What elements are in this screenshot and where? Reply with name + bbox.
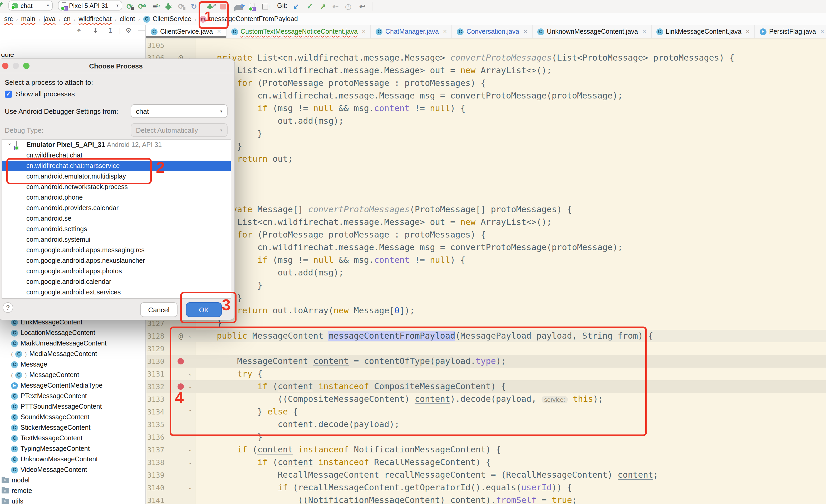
gear-icon[interactable]: ⚙ [125,26,131,34]
code-line: 3106@⌄ private List<cn.wildfirechat.mess… [146,52,826,64]
breadcrumb-item-clientservice[interactable]: CClientService [143,15,191,23]
process-name: com.google.android.apps.photos [26,267,122,275]
git-cherry-pick-button[interactable]: ⇠ [330,1,341,12]
help-button[interactable]: ? [3,302,13,313]
device-dropdown[interactable]: Pixel 5 API 31 ▾ [58,1,122,10]
code-line: 3114 return out; [146,153,826,165]
show-all-processes-checkbox[interactable]: ✓ Show all processes [5,90,75,98]
close-window-icon[interactable] [2,63,8,69]
tree-item-markunreadmessagecontent[interactable]: CMarkUnreadMessageContent [11,338,107,349]
tree-item-videomessagecontent[interactable]: CVideoMessageContent [11,464,87,475]
chevron-down-icon: ▾ [220,109,222,114]
tab-unknownmessagecontent-java[interactable]: CUnknownMessageContent.java✕ [533,25,651,38]
zoom-window-icon[interactable] [23,63,30,69]
run-config-dropdown[interactable]: chat ▾ [8,1,53,10]
tree-item-pttsoundmessagecontent[interactable]: CPTTSoundMessageContent [11,401,102,412]
tree-item-label: MessageContent [29,371,79,379]
debugger-settings-dropdown[interactable]: chat ▾ [131,104,228,118]
fold-open-icon[interactable]: ⌄ [186,481,194,494]
close-icon[interactable]: ✕ [642,29,646,34]
close-icon[interactable]: ✕ [362,29,366,34]
tree-item-textmessagecontent[interactable]: CTextMessageContent [11,433,82,443]
collapse-all-icon[interactable]: ↥ [108,26,113,34]
debug-button[interactable] [163,1,173,12]
debug-type-dropdown[interactable]: Detect Automatically ▾ [131,123,228,137]
tab-chatmanager-java[interactable]: CChatManager.java✕ [371,25,452,38]
enum-icon: E [11,382,18,389]
process-row-com-google-android-apps-photos[interactable]: com.google.android.apps.photos [2,266,231,276]
tree-item-messagecontentmediatype[interactable]: EMessageContentMediaType [11,380,103,391]
breadcrumb-item-wildfirechat[interactable]: wildfirechat [79,15,112,23]
git-commit-button[interactable]: ✓ [304,1,315,12]
process-row-com-google-android-apps-messaging-rcs[interactable]: com.google.android.apps.messaging:rcs [2,245,231,255]
close-icon[interactable]: ✕ [523,29,527,34]
debug-type-value: Detect Automatically [136,126,198,134]
process-row-com-android-providers-calendar[interactable]: com.android.providers.calendar [2,203,231,213]
breadcrumb-label: src [4,15,13,23]
minimize-window-icon[interactable] [13,63,19,69]
rerun-button[interactable]: ≡↻ [150,1,160,12]
apply-code-changes-button[interactable]: ⟳A [136,1,146,12]
apply-changes-restart-button[interactable]: ⟳ [124,1,135,12]
apply-changes-disabled-button[interactable]: ⟳ [176,1,186,12]
chevron-down-icon: ▾ [116,3,119,8]
process-row-com-google-android-calendar[interactable]: com.google.android.calendar [2,276,231,287]
close-icon[interactable]: ✕ [443,29,447,34]
close-icon[interactable]: ✕ [746,29,750,34]
process-row-com-android-settings[interactable]: com.android.settings [2,224,231,234]
show-all-processes-label: Show all processes [16,90,75,98]
tree-item-remote[interactable]: remote [2,486,32,496]
process-row-com-google-android-apps-nexuslauncher[interactable]: com.google.android.apps.nexuslauncher [2,255,231,266]
fold-open-icon[interactable]: ⌄ [186,443,194,456]
tab-persistflag-java[interactable]: EPersistFlag.java✕ [755,25,826,38]
gradle-sync-button[interactable]: ⟳ [233,1,244,12]
process-tree-device-row[interactable]: ⌄Emulator Pixel_5_API_31 Android 12, API… [2,139,231,150]
tree-item-model[interactable]: model [2,475,30,486]
chevron-expanded-icon[interactable]: ⌄ [7,140,12,146]
line-number: 3141 [146,494,164,504]
git-push-button[interactable]: ↗ [318,1,328,12]
breadcrumb-item-client[interactable]: client [120,15,135,23]
close-icon[interactable]: ✕ [217,29,221,34]
tree-item-locationmessagecontent[interactable]: CLocationMessageContent [11,328,95,338]
tree-item-stickermessagecontent[interactable]: CStickerMessageContent [11,422,91,433]
line-number: 3133 [146,393,164,405]
hide-panel-icon[interactable]: — [138,26,145,34]
expand-all-icon[interactable]: ↧ [93,26,99,34]
tab-conversation-java[interactable]: CConversation.java✕ [452,25,533,38]
tree-item-messagecontent[interactable]: (C)MessageContent [11,370,79,380]
annotation-label-4: 4 [175,389,184,406]
cancel-button[interactable]: Cancel [140,302,178,317]
profiler-button[interactable]: ↻ [189,1,199,12]
fold-open-icon[interactable]: ⌄ [186,456,194,469]
scroll-to-source-icon[interactable]: ⌖ [77,26,81,35]
sdk-manager-button[interactable]: ↓ [260,1,270,12]
process-row-com-android-systemui[interactable]: com.android.systemui [2,234,231,245]
device-manager-button[interactable] [246,1,257,12]
tab-label: ChatManager.java [386,28,439,35]
tab-linkmessagecontent-java[interactable]: CLinkMessageContent.java✕ [651,25,755,38]
tree-item-unknownmessagecontent[interactable]: CUnknownMessageContent [11,454,98,464]
tree-item-utils[interactable]: utils [2,496,23,504]
tree-item-message[interactable]: CMessage [11,359,47,370]
tab-customtextmessagenoticecontent-java[interactable]: CCustomTextMessageNoticeContent.java✕ [226,25,371,38]
breadcrumb-label: cn [63,15,70,23]
breadcrumb-item-src[interactable]: src [4,15,13,23]
breadcrumb-item-cn[interactable]: cn [63,15,70,23]
breadcrumb-item-java[interactable]: java [44,15,56,23]
dialog-title: Choose Process [89,62,143,70]
process-row-com-android-se[interactable]: com.android.se [2,213,231,224]
code-text: cn.wildfirechat.message.Message msg = co… [196,89,623,102]
git-history-button[interactable]: ◷ [343,1,353,12]
tree-item-mediamessagecontent[interactable]: (C)MediaMessageContent [11,349,97,359]
close-icon[interactable]: ✕ [820,29,824,34]
breadcrumb-item-main[interactable]: main [21,15,35,23]
bug-icon [164,2,172,10]
git-update-button[interactable]: ↙ [291,1,301,12]
tree-item-ptextmessagecontent[interactable]: CPTextMessageContent [11,391,87,401]
git-rollback-button[interactable]: ↩ [357,1,368,12]
tree-item-typingmessagecontent[interactable]: CTypingMessageContent [11,443,90,454]
tree-item-soundmessagecontent[interactable]: CSoundMessageContent [11,412,89,422]
process-row-com-android-phone[interactable]: com.android.phone [2,192,231,203]
dialog-title-bar: Choose Process [0,59,234,73]
